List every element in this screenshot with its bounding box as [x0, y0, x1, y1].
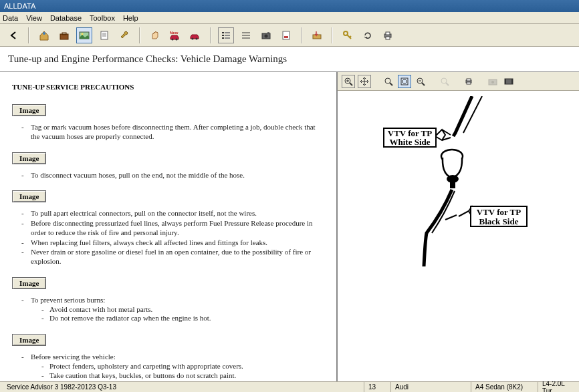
- pan-icon[interactable]: [358, 75, 371, 88]
- article-heading: TUNE-UP SERVICE PRECAUTIONS: [12, 83, 324, 91]
- main-toolbar: New: [0, 24, 579, 47]
- film-icon[interactable]: [502, 75, 515, 88]
- svg-point-24: [265, 34, 268, 37]
- svg-line-36: [350, 83, 352, 85]
- content-area: TUNE-UP SERVICE PRECAUTIONS Image Tag or…: [0, 72, 579, 381]
- list-item: Before disconnecting pressurized fuel li…: [20, 219, 324, 238]
- menu-toolbox[interactable]: Toolbox: [90, 14, 115, 22]
- inbox-icon[interactable]: [309, 27, 325, 43]
- svg-rect-27: [284, 36, 288, 38]
- list-item: Avoid contact with hot metal parts.: [40, 305, 324, 315]
- menu-view[interactable]: View: [26, 14, 42, 22]
- svg-point-11: [176, 38, 178, 40]
- list-item: To prevent serious burns: Avoid contact …: [20, 296, 324, 323]
- page-icon[interactable]: [278, 27, 294, 43]
- svg-rect-19: [225, 37, 230, 39]
- zoom-in-icon[interactable]: [342, 75, 355, 88]
- precaution-list: To disconnect vacuum hoses, pull on the …: [20, 171, 324, 180]
- diagram-viewport[interactable]: VTV for TP White Side VTV for TP Black S…: [338, 91, 579, 381]
- toolbar-separator: [28, 27, 29, 43]
- car-icon[interactable]: [187, 27, 203, 43]
- menu-bar: Data View Database Toolbox Help: [0, 12, 579, 24]
- sub-list: Protect fenders, upholstery and carpetin…: [40, 362, 324, 381]
- toolbar-separator: [139, 27, 140, 43]
- image-button[interactable]: Image: [12, 104, 46, 116]
- image-toolbar: [338, 72, 579, 91]
- new-car-icon[interactable]: New: [167, 27, 183, 43]
- list-item: When replacing fuel filters, always chec…: [20, 238, 324, 248]
- list-item: To disconnect vacuum hoses, pull on the …: [20, 171, 324, 180]
- svg-line-31: [350, 36, 351, 37]
- zoom-out-icon[interactable]: [438, 75, 451, 88]
- document-icon[interactable]: [96, 27, 112, 43]
- print-diagram-icon[interactable]: [462, 75, 475, 88]
- svg-rect-55: [511, 79, 513, 84]
- svg-rect-14: [222, 32, 224, 33]
- svg-rect-54: [505, 79, 506, 84]
- svg-text:White Side: White Side: [389, 137, 430, 147]
- svg-rect-61: [450, 182, 455, 188]
- status-engine: L4-2.0L Tur: [538, 382, 576, 392]
- list-item-text: To prevent serious burns:: [31, 296, 105, 304]
- svg-point-39: [385, 78, 390, 83]
- image-pane: VTV for TP White Side VTV for TP Black S…: [338, 72, 579, 381]
- svg-rect-50: [467, 82, 471, 84]
- app-title: ALLDATA: [4, 2, 35, 10]
- svg-line-40: [390, 83, 392, 85]
- page-title-text: Tune-up and Engine Performance Checks: V…: [8, 53, 287, 64]
- svg-point-13: [196, 37, 198, 39]
- svg-text:VTV for TP: VTV for TP: [476, 207, 521, 217]
- status-version: Service Advisor 3 1982-20123 Q3-13: [3, 382, 364, 392]
- wrench-icon[interactable]: [116, 27, 132, 43]
- list-item: To pull apart electrical connectors, pul…: [20, 209, 324, 218]
- svg-rect-18: [222, 37, 224, 39]
- vtv-diagram: VTV for TP White Side VTV for TP Black S…: [378, 96, 539, 266]
- svg-rect-34: [386, 37, 390, 39]
- menu-help[interactable]: Help: [123, 14, 138, 22]
- precaution-list: Before servicing the vehicle: Protect fe…: [20, 353, 324, 380]
- zoom-100-icon[interactable]: [414, 75, 427, 88]
- toolbar-separator: [301, 27, 302, 43]
- camera-icon[interactable]: [258, 27, 274, 43]
- toolbar-separator: [332, 27, 333, 43]
- refresh-icon[interactable]: [360, 27, 376, 43]
- svg-text:Black Side: Black Side: [479, 216, 518, 226]
- zoom-area-icon[interactable]: [382, 75, 395, 88]
- zoom-fit-icon[interactable]: [398, 75, 411, 88]
- photo-icon[interactable]: [76, 27, 92, 43]
- list-item: Do not remove the radiator cap when the …: [40, 314, 324, 323]
- list-item: Before servicing the vehicle: Protect fe…: [20, 353, 324, 380]
- back-button[interactable]: [5, 27, 21, 43]
- key-icon[interactable]: [340, 27, 356, 43]
- image-button[interactable]: Image: [12, 334, 46, 346]
- toolbar-separator: [210, 27, 211, 43]
- window-title-bar: ALLDATA: [0, 0, 579, 12]
- svg-rect-49: [467, 79, 471, 81]
- status-model: A4 Sedan (8K2): [471, 382, 538, 392]
- sub-list: Avoid contact with hot metal parts. Do n…: [40, 305, 324, 324]
- svg-point-42: [402, 79, 407, 83]
- svg-line-47: [446, 83, 449, 85]
- list-icon[interactable]: [218, 27, 234, 43]
- menu-data[interactable]: Data: [3, 14, 18, 22]
- svg-rect-33: [386, 32, 390, 35]
- camera-diagram-icon[interactable]: [486, 75, 499, 88]
- page-title: Tune-up and Engine Performance Checks: V…: [0, 47, 579, 72]
- svg-point-52: [491, 81, 494, 83]
- lines-icon[interactable]: [238, 27, 254, 43]
- status-page: 13: [364, 382, 390, 392]
- image-button[interactable]: Image: [12, 152, 46, 164]
- svg-point-12: [192, 37, 194, 39]
- svg-rect-25: [267, 32, 269, 33]
- home-icon[interactable]: [36, 27, 52, 43]
- briefcase-icon[interactable]: [56, 27, 72, 43]
- hand-icon[interactable]: [147, 27, 163, 43]
- status-bar: Service Advisor 3 1982-20123 Q3-13 13 Au…: [0, 381, 579, 392]
- svg-rect-26: [283, 31, 290, 39]
- print-icon[interactable]: [380, 27, 396, 43]
- status-make: Audi: [390, 382, 471, 392]
- menu-database[interactable]: Database: [50, 14, 82, 22]
- image-button[interactable]: Image: [12, 190, 46, 202]
- list-item: Never drain or store gasoline or diesel …: [20, 248, 324, 266]
- image-button[interactable]: Image: [12, 277, 46, 289]
